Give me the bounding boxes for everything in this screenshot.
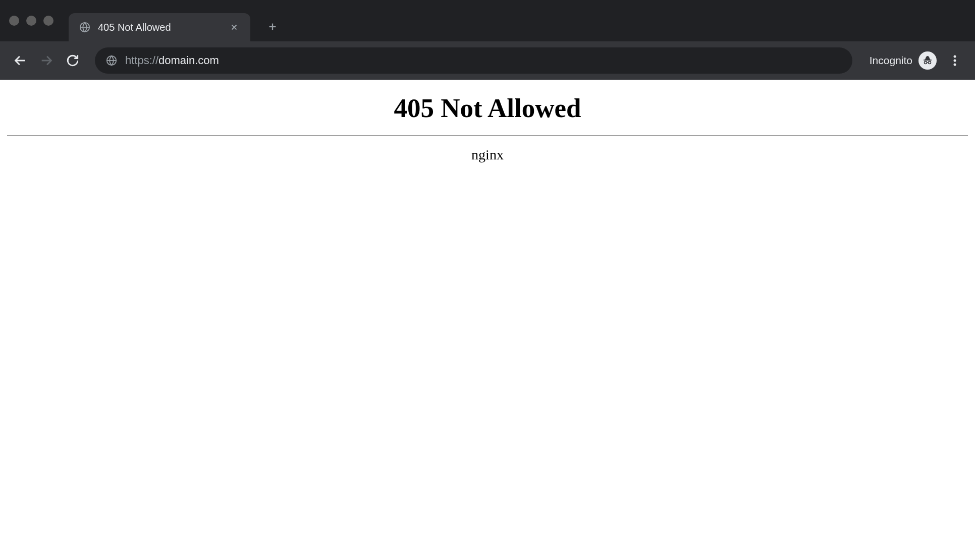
tab-title: 405 Not Allowed: [98, 22, 221, 33]
window-close-button[interactable]: [9, 16, 19, 26]
error-heading: 405 Not Allowed: [7, 93, 968, 123]
svg-point-11: [925, 62, 927, 64]
svg-point-12: [929, 62, 931, 64]
url-text: https://domain.com: [125, 54, 219, 67]
url-domain: domain: [158, 54, 195, 67]
browser-menu-button[interactable]: [944, 49, 966, 72]
window-minimize-button[interactable]: [26, 16, 36, 26]
horizontal-rule: [7, 135, 968, 136]
reload-button[interactable]: [62, 49, 84, 72]
svg-point-14: [954, 55, 956, 58]
back-button[interactable]: [9, 49, 31, 72]
svg-point-15: [954, 60, 956, 62]
incognito-icon[interactable]: [918, 51, 937, 70]
tab-bar: 405 Not Allowed: [0, 0, 975, 41]
window-controls: [9, 16, 53, 26]
url-tld: .com: [195, 54, 219, 67]
server-signature: nginx: [7, 147, 968, 163]
address-bar[interactable]: https://domain.com: [95, 47, 852, 74]
incognito-indicator: Incognito: [870, 51, 937, 70]
forward-button[interactable]: [35, 49, 58, 72]
url-protocol: https://: [125, 54, 158, 67]
page-viewport: 405 Not Allowed nginx: [0, 80, 975, 560]
site-info-icon[interactable]: [106, 55, 117, 66]
globe-icon: [79, 21, 91, 33]
active-tab[interactable]: 405 Not Allowed: [69, 13, 250, 41]
browser-chrome: 405 Not Allowed: [0, 0, 975, 80]
window-maximize-button[interactable]: [43, 16, 53, 26]
svg-point-16: [954, 64, 956, 66]
incognito-label: Incognito: [870, 54, 912, 67]
close-tab-icon[interactable]: [228, 21, 240, 33]
svg-rect-10: [924, 60, 932, 61]
toolbar: https://domain.com Incognito: [0, 41, 975, 80]
new-tab-button[interactable]: [262, 17, 283, 37]
